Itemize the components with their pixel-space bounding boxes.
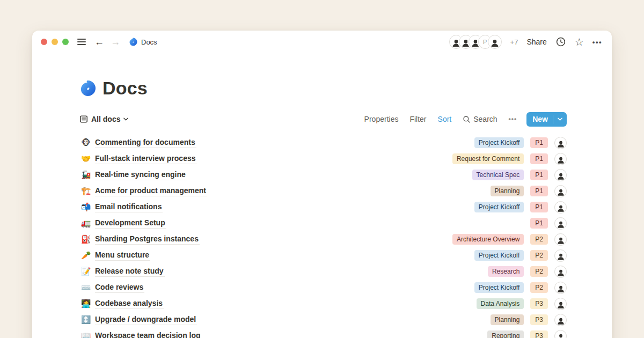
new-button[interactable]: New (526, 112, 567, 127)
priority-tag: P2 (530, 250, 548, 261)
assignee-avatar (554, 201, 567, 214)
user-avatar (488, 35, 502, 49)
doc-emoji: 📖 (79, 332, 92, 338)
assignee-avatar (554, 282, 567, 294)
assignee-avatar (554, 217, 567, 230)
doc-title[interactable]: Full-stack interview process (95, 154, 197, 164)
doc-tag: Technical Spec (472, 170, 524, 180)
doc-title[interactable]: Menu structure (95, 251, 150, 261)
more-options-icon[interactable]: ••• (592, 38, 602, 46)
table-row[interactable]: 📬 Email notifications Project Kickoff P1 (79, 199, 567, 215)
priority-tag: P1 (530, 186, 548, 196)
doc-emoji: 🥕 (79, 252, 92, 260)
priority-tag: P2 (530, 266, 548, 277)
priority-tag: P2 (530, 234, 548, 245)
doc-title[interactable]: Sharding Postgres instances (95, 234, 200, 245)
doc-tag: Research (488, 266, 524, 277)
doc-tag: Project Kickoff (474, 250, 524, 261)
table-row[interactable]: ↕️ Upgrade / downgrade model Planning P3 (79, 312, 567, 328)
row-tags: Planning P3 (491, 314, 567, 326)
table-row[interactable]: ⛽ Sharding Postgres instances Architectu… (79, 231, 567, 247)
list-view-icon (79, 115, 88, 123)
doc-title[interactable]: Release note study (95, 267, 165, 277)
app-window: ← → Docs P +7 Share ☆ ••• Docs (32, 31, 612, 338)
table-row[interactable]: ⌨️ Code reviews Project Kickoff P2 (79, 280, 567, 296)
breadcrumb[interactable]: Docs (129, 38, 157, 46)
priority-tag: P3 (530, 330, 548, 338)
table-row[interactable]: 🚛 Development Setup P1 (79, 215, 567, 231)
doc-tag: Request for Comment (452, 153, 524, 164)
doc-title[interactable]: Upgrade / downgrade model (95, 315, 197, 325)
doc-title[interactable]: Codebase analysis (95, 299, 164, 309)
table-row[interactable]: 🏗️ Acme for product management Planning … (79, 183, 567, 199)
doc-emoji: ⛽ (79, 236, 92, 244)
minimize-window-button[interactable] (52, 39, 58, 45)
doc-emoji: 🤝 (79, 155, 92, 163)
doc-emoji: 📬 (79, 203, 92, 211)
table-row[interactable]: 📖 Workspace team decision log Reporting … (79, 328, 567, 338)
doc-list: 🐵 Commenting for documents Project Kicko… (79, 135, 567, 338)
chevron-down-icon (123, 117, 128, 121)
doc-title[interactable]: Email notifications (95, 202, 163, 212)
properties-button[interactable]: Properties (364, 115, 399, 123)
forward-arrow-icon[interactable]: → (111, 37, 120, 47)
page-title-text: Docs (103, 78, 148, 99)
doc-title[interactable]: Workspace team decision log (95, 331, 202, 338)
doc-emoji: 🚂 (79, 171, 92, 179)
history-clock-icon[interactable] (555, 36, 566, 47)
doc-emoji: ↕️ (79, 316, 92, 324)
doc-title[interactable]: Code reviews (95, 283, 144, 293)
priority-tag: P1 (530, 218, 548, 229)
table-row[interactable]: 📝 Release note study Research P2 (79, 263, 567, 280)
sort-button[interactable]: Sort (438, 115, 452, 123)
share-button[interactable]: Share (526, 38, 546, 46)
row-tags: Request for Comment P1 (452, 153, 567, 165)
doc-title[interactable]: Real-time syncing engine (95, 170, 187, 180)
filter-button[interactable]: Filter (409, 115, 426, 123)
titlebar-avatar-stack[interactable]: P (449, 35, 502, 49)
row-tags: Project Kickoff P2 (474, 249, 567, 262)
row-tags: Research P2 (488, 266, 567, 278)
assignee-avatar (554, 266, 567, 278)
doc-emoji: 👩‍💻 (79, 300, 92, 308)
row-tags: Project Kickoff P1 (474, 137, 567, 149)
doc-title[interactable]: Development Setup (95, 218, 166, 229)
row-tags: Data Analysis P3 (477, 298, 567, 310)
doc-emoji: ⌨️ (79, 284, 92, 292)
docs-logo-icon (129, 38, 137, 46)
doc-tag: Project Kickoff (474, 202, 524, 212)
view-selector[interactable]: All docs (79, 115, 128, 123)
sidebar-menu-icon[interactable] (77, 39, 86, 45)
doc-tag: Project Kickoff (474, 137, 524, 148)
close-window-button[interactable] (41, 39, 47, 45)
zoom-window-button[interactable] (62, 39, 69, 45)
doc-title[interactable]: Acme for product management (95, 186, 207, 196)
view-selector-label: All docs (91, 115, 120, 123)
window-titlebar: ← → Docs P +7 Share ☆ ••• (32, 31, 612, 53)
row-tags: Planning P1 (491, 185, 567, 197)
favorite-star-icon[interactable]: ☆ (575, 37, 584, 47)
doc-tag: Planning (491, 186, 524, 196)
table-row[interactable]: 👩‍💻 Codebase analysis Data Analysis P3 (79, 296, 567, 312)
docs-logo-icon (79, 80, 96, 97)
table-row[interactable]: 🥕 Menu structure Project Kickoff P2 (79, 247, 567, 263)
assignee-avatar (554, 249, 567, 262)
assignee-avatar (554, 330, 567, 338)
database-toolbar: All docs Properties Filter Sort Search •… (79, 112, 567, 127)
assignee-avatar (554, 298, 567, 310)
priority-tag: P1 (530, 202, 548, 212)
search-button[interactable]: Search (463, 115, 497, 123)
doc-title[interactable]: Commenting for documents (95, 138, 196, 148)
table-row[interactable]: 🤝 Full-stack interview process Request f… (79, 151, 567, 167)
view-options-icon[interactable]: ••• (509, 115, 517, 123)
search-label: Search (473, 115, 497, 123)
doc-tag: Project Kickoff (474, 282, 524, 293)
new-dropdown-chevron-icon[interactable] (553, 117, 567, 121)
table-row[interactable]: 🐵 Commenting for documents Project Kicko… (79, 135, 567, 151)
doc-emoji: 📝 (79, 268, 92, 276)
back-arrow-icon[interactable]: ← (94, 37, 104, 47)
doc-tag: Data Analysis (477, 298, 524, 309)
doc-tag: Architecture Overview (452, 234, 524, 245)
table-row[interactable]: 🚂 Real-time syncing engine Technical Spe… (79, 167, 567, 183)
priority-tag: P1 (530, 170, 548, 180)
